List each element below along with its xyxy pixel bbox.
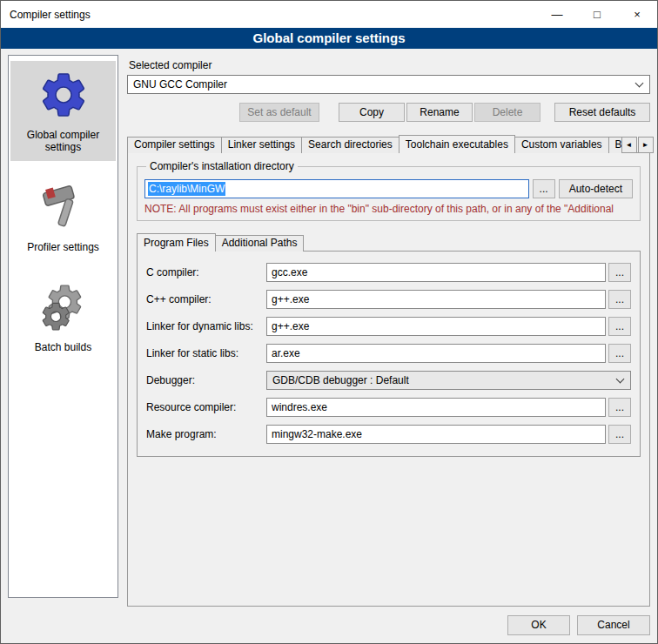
sidebar-item-label: Profiler settings [27, 241, 99, 253]
selected-compiler-label: Selected compiler [129, 59, 650, 71]
dialog-header-title: Global compiler settings [1, 28, 657, 49]
main-panel: Selected compiler GNU GCC Compiler Set a… [127, 55, 650, 607]
installation-directory-label: Compiler's installation directory [146, 160, 298, 172]
debugger-value: GDB/CDB debugger : Default [272, 374, 617, 386]
sidebar-item-label: Batch builds [35, 341, 91, 353]
sidebar-item-global-compiler-settings[interactable]: Global compiler settings [10, 61, 116, 161]
settings-category-list: Global compiler settings Profiler settin… [8, 55, 118, 598]
form-row-debugger: Debugger: GDB/CDB debugger : Default [146, 371, 631, 390]
ok-button[interactable]: OK [507, 615, 570, 635]
arrow-right-icon: ► [642, 141, 649, 149]
subtab-additional-paths[interactable]: Additional Paths [215, 235, 305, 252]
compiler-settings-window: Compiler settings — □ × Global compiler … [0, 0, 658, 644]
window-controls: — □ × [537, 1, 657, 28]
cancel-button[interactable]: Cancel [577, 615, 650, 635]
resource-compiler-label: Resource compiler: [146, 401, 266, 413]
minimize-icon: — [552, 8, 563, 21]
cpp-compiler-browse-button[interactable]: ... [608, 290, 631, 309]
sidebar-item-label: Global compiler settings [13, 129, 113, 153]
form-row-resource-compiler: Resource compiler: ... [146, 398, 631, 417]
resource-compiler-browse-button[interactable]: ... [608, 398, 631, 417]
blue-gear-icon [37, 69, 90, 121]
set-as-default-button[interactable]: Set as default [239, 103, 319, 122]
linker-dynamic-label: Linker for dynamic libs: [146, 320, 266, 332]
gray-gears-icon [37, 281, 90, 333]
form-row-linker-dynamic: Linker for dynamic libs: ... [146, 317, 631, 336]
linker-static-browse-button[interactable]: ... [608, 344, 631, 363]
linker-dynamic-input[interactable] [266, 317, 606, 336]
maximize-button[interactable]: □ [577, 1, 617, 28]
executables-subtab-bar: Program Files Additional Paths [137, 233, 641, 252]
arrow-left-icon: ◄ [626, 141, 633, 149]
dialog-body: Global compiler settings Profiler settin… [1, 49, 657, 607]
subtab-program-files[interactable]: Program Files [137, 233, 216, 252]
cpp-compiler-label: C++ compiler: [146, 293, 266, 305]
selected-compiler-dropdown[interactable]: GNU GCC Compiler [127, 75, 650, 94]
linker-static-label: Linker for static libs: [146, 347, 266, 359]
tab-build-options[interactable]: Build options [608, 137, 622, 153]
bin-subdirectory-note: NOTE: All programs must exist either in … [144, 203, 633, 215]
toolchain-executables-panel: Compiler's installation directory C:\ray… [127, 152, 650, 607]
linker-dynamic-browse-button[interactable]: ... [608, 317, 631, 336]
chevron-down-icon [616, 374, 625, 383]
make-program-input[interactable] [266, 425, 606, 444]
installation-directory-input[interactable]: C:\raylib\MinGW [144, 179, 529, 198]
installation-directory-value: C:\raylib\MinGW [148, 182, 225, 196]
installation-directory-group: Compiler's installation directory C:\ray… [137, 160, 641, 221]
hammer-tool-icon [37, 181, 90, 233]
tab-linker-settings[interactable]: Linker settings [221, 137, 302, 153]
linker-static-input[interactable] [266, 344, 606, 363]
reset-defaults-button[interactable]: Reset defaults [554, 103, 650, 122]
dialog-footer: OK Cancel [1, 607, 657, 643]
form-row-linker-static: Linker for static libs: ... [146, 344, 631, 363]
tab-scroll-buttons: ◄ ► [621, 137, 654, 153]
close-icon: × [634, 8, 641, 21]
c-compiler-input[interactable] [266, 263, 606, 282]
window-title: Compiler settings [1, 9, 537, 21]
compiler-actions-row: Set as default Copy Rename Delete Reset … [127, 103, 650, 122]
sidebar-item-profiler-settings[interactable]: Profiler settings [10, 173, 116, 261]
tab-scroll-right-button[interactable]: ► [638, 137, 654, 153]
resource-compiler-input[interactable] [266, 398, 606, 417]
c-compiler-label: C compiler: [146, 266, 266, 278]
sidebar-item-batch-builds[interactable]: Batch builds [10, 273, 116, 361]
make-program-browse-button[interactable]: ... [608, 425, 631, 444]
make-program-label: Make program: [146, 428, 266, 440]
selected-compiler-value: GNU GCC Compiler [133, 78, 636, 91]
rename-button[interactable]: Rename [406, 103, 473, 122]
debugger-select[interactable]: GDB/CDB debugger : Default [266, 371, 631, 390]
cpp-compiler-input[interactable] [266, 290, 606, 309]
title-bar: Compiler settings — □ × [1, 1, 657, 28]
program-files-panel: C compiler: ... C++ compiler: ... [137, 251, 641, 457]
form-row-c-compiler: C compiler: ... [146, 263, 631, 282]
form-row-cpp-compiler: C++ compiler: ... [146, 290, 631, 309]
tab-compiler-settings[interactable]: Compiler settings [127, 137, 222, 153]
auto-detect-button[interactable]: Auto-detect [559, 179, 633, 198]
copy-button[interactable]: Copy [339, 103, 405, 122]
form-row-make-program: Make program: ... [146, 425, 631, 444]
tab-custom-variables[interactable]: Custom variables [514, 137, 609, 153]
chevron-down-icon [635, 78, 644, 87]
installation-directory-row: C:\raylib\MinGW ... Auto-detect [144, 179, 633, 198]
installation-directory-browse-button[interactable]: ... [533, 179, 555, 198]
delete-button[interactable]: Delete [474, 103, 540, 122]
settings-tab-bar: Compiler settings Linker settings Search… [127, 135, 650, 153]
tab-toolchain-executables[interactable]: Toolchain executables [399, 135, 515, 153]
close-button[interactable]: × [617, 1, 657, 28]
tab-search-directories[interactable]: Search directories [301, 137, 400, 153]
maximize-icon: □ [594, 8, 601, 21]
minimize-button[interactable]: — [537, 1, 577, 28]
tab-scroll-left-button[interactable]: ◄ [621, 137, 637, 153]
c-compiler-browse-button[interactable]: ... [608, 263, 631, 282]
debugger-label: Debugger: [146, 374, 266, 386]
